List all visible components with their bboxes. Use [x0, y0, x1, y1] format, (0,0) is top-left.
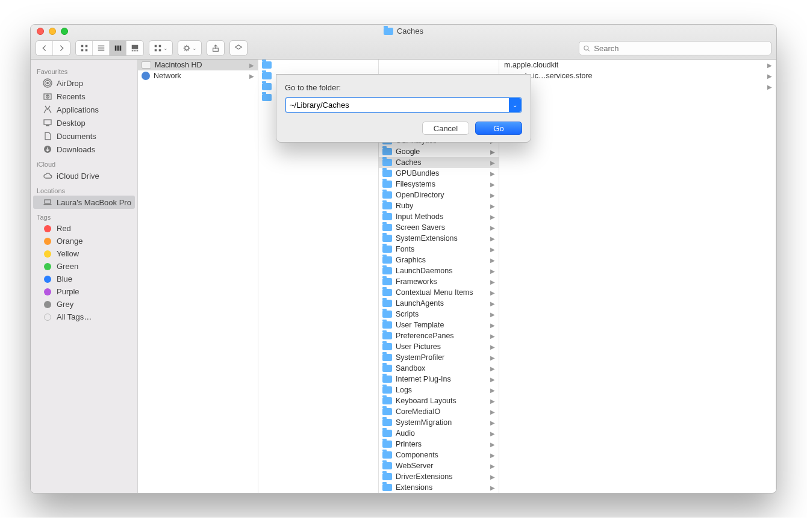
sidebar-item[interactable]: Purple [31, 285, 137, 298]
column-row[interactable]: SystemProfiler▶ [379, 352, 499, 363]
sidebar-item[interactable]: Laura's MacBook Pro [33, 196, 135, 209]
column-row[interactable]: Internet Plug-Ins▶ [379, 374, 499, 385]
forward-button[interactable] [53, 41, 70, 55]
row-label: Scripts [396, 310, 419, 318]
back-button[interactable] [36, 41, 53, 55]
column-row[interactable]: SystemMigration▶ [379, 417, 499, 428]
app-icon [43, 105, 52, 114]
column-row[interactable]: Scripts▶ [379, 309, 499, 320]
column-row[interactable]: Keyboard Layouts▶ [379, 395, 499, 406]
sidebar-item[interactable]: Grey [31, 298, 137, 311]
sidebar-item[interactable]: iCloud Drive [31, 169, 137, 182]
arrange-button[interactable]: ⌄ [149, 41, 172, 55]
column-row[interactable]: Frameworks▶ [379, 276, 499, 287]
column-row[interactable]: m.apple.cloudkit▶ [499, 60, 776, 70]
chevron-right-icon: ▶ [490, 279, 495, 285]
sidebar-item[interactable]: Downloads [31, 143, 137, 156]
icon-view-button[interactable] [76, 41, 93, 55]
chevron-right-icon: ▶ [490, 419, 495, 426]
zoom-window-button[interactable] [61, 28, 68, 35]
folder-icon [382, 343, 392, 350]
sidebar-item-label: All Tags… [57, 312, 92, 321]
column-row[interactable] [258, 60, 378, 70]
sidebar-item[interactable]: Desktop [31, 116, 137, 129]
traffic-lights [37, 28, 68, 35]
svg-rect-28 [46, 125, 49, 126]
sidebar-item[interactable]: Recents [31, 90, 137, 103]
column-row[interactable]: Network▶ [138, 70, 258, 81]
svg-rect-0 [81, 45, 83, 48]
column-row[interactable]: WebServer▶ [379, 460, 499, 471]
sidebar-item[interactable]: AirDrop [31, 76, 137, 90]
search-field[interactable] [579, 41, 771, 55]
sidebar-item[interactable]: Yellow [31, 247, 137, 260]
column-row[interactable]: Macintosh HD▶ [138, 60, 258, 70]
svg-rect-6 [98, 50, 104, 51]
sidebar-item[interactable]: All Tags… [31, 311, 137, 323]
column-row[interactable]: User Template▶ [379, 320, 499, 330]
column-row[interactable]: Graphics▶ [379, 255, 499, 265]
sidebar-item[interactable]: Green [31, 260, 137, 273]
search-input[interactable] [593, 43, 767, 54]
svg-rect-8 [117, 46, 119, 51]
row-label: Screen Savers [396, 223, 445, 232]
svg-rect-13 [137, 51, 139, 52]
column-row[interactable]: Fonts▶ [379, 244, 499, 255]
tag-dot-icon [44, 263, 51, 270]
column-row[interactable]: Input Methods▶ [379, 211, 499, 222]
folder-icon [382, 181, 392, 188]
cancel-button[interactable]: Cancel [422, 122, 469, 135]
column-row[interactable]: lorSync▶ [499, 81, 776, 92]
close-window-button[interactable] [37, 28, 44, 35]
share-button[interactable] [207, 41, 224, 55]
list-view-button[interactable] [93, 41, 110, 55]
tags-button[interactable] [230, 41, 247, 55]
column-row[interactable]: Printers▶ [379, 439, 499, 450]
column-row[interactable]: OpenDirectory▶ [379, 190, 499, 200]
sidebar-item[interactable]: Orange [31, 235, 137, 247]
chevron-right-icon: ▶ [249, 73, 254, 79]
combo-dropdown-button[interactable]: ⌄ [509, 98, 521, 112]
column-row[interactable]: LaunchDaemons▶ [379, 265, 499, 276]
folder-icon [382, 473, 392, 480]
row-label: Components [396, 451, 438, 459]
column-row[interactable]: Logs▶ [379, 385, 499, 395]
folder-icon [382, 484, 392, 491]
column-view-button[interactable] [110, 41, 126, 55]
column-row[interactable]: GPUBundles▶ [379, 168, 499, 179]
column-row[interactable]: Audio▶ [379, 428, 499, 439]
go-button[interactable]: Go [475, 122, 522, 135]
action-button[interactable]: ⌄ [178, 41, 201, 55]
row-label: Ruby [396, 202, 413, 210]
column-row[interactable]: Google▶ [379, 146, 499, 157]
column-row[interactable]: SystemExtensions▶ [379, 233, 499, 244]
column-row[interactable]: DriverExtensions▶ [379, 471, 499, 482]
sidebar-item[interactable]: Documents [31, 129, 137, 143]
column-row[interactable]: Components▶ [379, 450, 499, 460]
column-row[interactable]: CoreMediaIO▶ [379, 406, 499, 417]
tag-dot-icon [44, 314, 51, 321]
folder-icon [262, 83, 272, 90]
row-label: Contextual Menu Items [396, 288, 473, 297]
column-row[interactable]: Caches▶ [379, 157, 499, 168]
column-row[interactable]: LaunchAgents▶ [379, 298, 499, 309]
column-row[interactable]: Sandbox▶ [379, 363, 499, 374]
column-row[interactable]: Contextual Menu Items▶ [379, 287, 499, 298]
column-row[interactable]: User Pictures▶ [379, 341, 499, 352]
column-row[interactable]: Extensions▶ [379, 482, 499, 493]
folder-path-input[interactable] [286, 98, 509, 112]
column-row[interactable]: Screen Savers▶ [379, 222, 499, 233]
minimize-window-button[interactable] [49, 28, 56, 35]
sidebar-item[interactable]: Blue [31, 273, 137, 285]
gallery-view-button[interactable] [126, 41, 143, 55]
column-row[interactable]: m.apple.ic…services.store▶ [499, 70, 776, 81]
column-row[interactable]: Ruby▶ [379, 200, 499, 211]
sidebar-item-label: Laura's MacBook Pro [57, 198, 131, 207]
chevron-right-icon: ▶ [490, 441, 495, 448]
sidebar-item[interactable]: Applications [31, 103, 137, 116]
column-row[interactable]: PreferencePanes▶ [379, 330, 499, 341]
column-row[interactable]: Filesystems▶ [379, 179, 499, 190]
sidebar-item-label: Desktop [57, 119, 86, 128]
sheet-label: Go to the folder: [285, 83, 522, 92]
sidebar-item[interactable]: Red [31, 222, 137, 235]
